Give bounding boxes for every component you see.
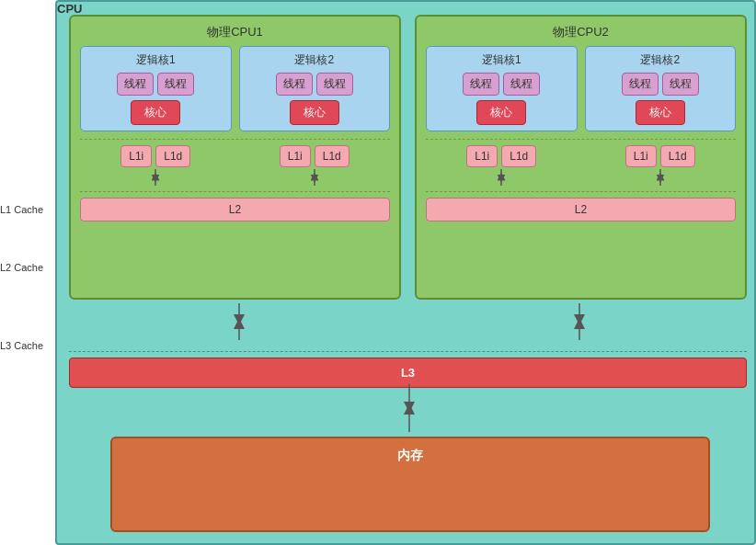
- thread-row-1-1: 线程 线程: [117, 73, 194, 96]
- physical-cpus-container: 物理CPU1 逻辑核1 线程 线程 核心 逻辑核2 线程 线: [69, 15, 747, 300]
- l1i-2-2: L1i: [625, 145, 657, 167]
- l1i-1-1: L1i: [120, 145, 152, 167]
- logical-core-2-1: 逻辑核1 线程 线程 核心: [426, 46, 578, 131]
- l1i-1-2: L1i: [280, 145, 311, 167]
- arrow-l1-l2-4: [651, 169, 670, 186]
- thread-2-2-1: 线程: [622, 73, 659, 96]
- l1d-1-1: L1d: [155, 145, 190, 167]
- thread-row-1-2: 线程 线程: [276, 73, 353, 96]
- logical-core-1-1: 逻辑核1 线程 线程 核心: [80, 46, 232, 131]
- thread-2-1-2: 线程: [503, 73, 540, 96]
- l2-1: L2: [80, 198, 390, 221]
- l1-pair-1-1: L1i L1d: [80, 145, 232, 167]
- core-1-1: 核心: [131, 100, 180, 125]
- l3-section: L3: [69, 351, 747, 388]
- thread-1-1-1: 线程: [117, 73, 154, 96]
- thread-1-2-1: 线程: [276, 73, 313, 96]
- arrow-l1-l2-2: [305, 169, 324, 186]
- cpu-label: CPU: [57, 2, 82, 16]
- thread-row-2-2: 线程 线程: [622, 73, 699, 96]
- l1i-2-1: L1i: [466, 145, 498, 167]
- logic-core-2-2-name: 逻辑核2: [640, 52, 680, 68]
- arrow-l1-l2-3: [492, 169, 510, 186]
- logic-core-1-2-name: 逻辑核2: [294, 52, 334, 68]
- thread-1-2-2: 线程: [316, 73, 353, 96]
- l1d-2-1: L1d: [501, 145, 536, 167]
- core-2-2: 核心: [636, 100, 685, 125]
- l1d-2-2: L1d: [660, 145, 695, 167]
- memory-block: 内存: [110, 437, 710, 532]
- core-1-2: 核心: [290, 100, 339, 125]
- l1-row-2: L1i L1d L1i L1d: [426, 139, 736, 167]
- l2-cache-label: L2 Cache: [0, 262, 43, 273]
- l1-cache-label: L1 Cache: [0, 204, 43, 215]
- memory-label: 内存: [397, 448, 423, 462]
- physical-cpu-2: 物理CPU2 逻辑核1 线程 线程 核心 逻辑核2 线程 线: [415, 15, 747, 300]
- arrow-l1-l2-1: [146, 169, 165, 186]
- l2-row-1: L2: [80, 191, 390, 221]
- l1-pair-1-2: L1i L1d: [239, 145, 391, 167]
- logical-core-2-2: 逻辑核2 线程 线程 核心: [585, 46, 737, 131]
- phys-cpu-1-title: 物理CPU1: [80, 24, 390, 40]
- thread-1-1-2: 线程: [157, 73, 194, 96]
- thread-2-2-2: 线程: [662, 73, 699, 96]
- core-2-1: 核心: [476, 100, 526, 125]
- l1-row-1: L1i L1d L1i L1d: [80, 139, 390, 167]
- l1-pair-2-1: L1i L1d: [426, 145, 578, 167]
- logic-core-2-1-name: 逻辑核1: [482, 52, 521, 68]
- thread-row-2-1: 线程 线程: [463, 73, 540, 96]
- logical-core-1-2: 逻辑核2 线程 线程 核心: [239, 46, 391, 131]
- l3-cache: L3: [69, 358, 747, 388]
- l1d-1-2: L1d: [315, 145, 349, 167]
- logical-cores-row-1: 逻辑核1 线程 线程 核心 逻辑核2 线程 线程 核心: [80, 46, 390, 131]
- l2-row-2: L2: [426, 191, 736, 221]
- logic-core-1-1-name: 逻辑核1: [136, 52, 176, 68]
- phys-cpu-2-title: 物理CPU2: [426, 24, 736, 40]
- l3-cache-label: L3 Cache: [0, 340, 43, 351]
- l2-2: L2: [426, 198, 736, 221]
- logical-cores-row-2: 逻辑核1 线程 线程 核心 逻辑核2 线程 线程 核心: [426, 46, 736, 131]
- l1-pair-2-2: L1i L1d: [585, 145, 737, 167]
- thread-2-1-1: 线程: [463, 73, 499, 96]
- full-layout: CPU L1 Cache L2 Cache L3 Cache 物理CPU1 逻辑…: [0, 0, 756, 545]
- physical-cpu-1: 物理CPU1 逻辑核1 线程 线程 核心 逻辑核2 线程 线: [69, 15, 401, 300]
